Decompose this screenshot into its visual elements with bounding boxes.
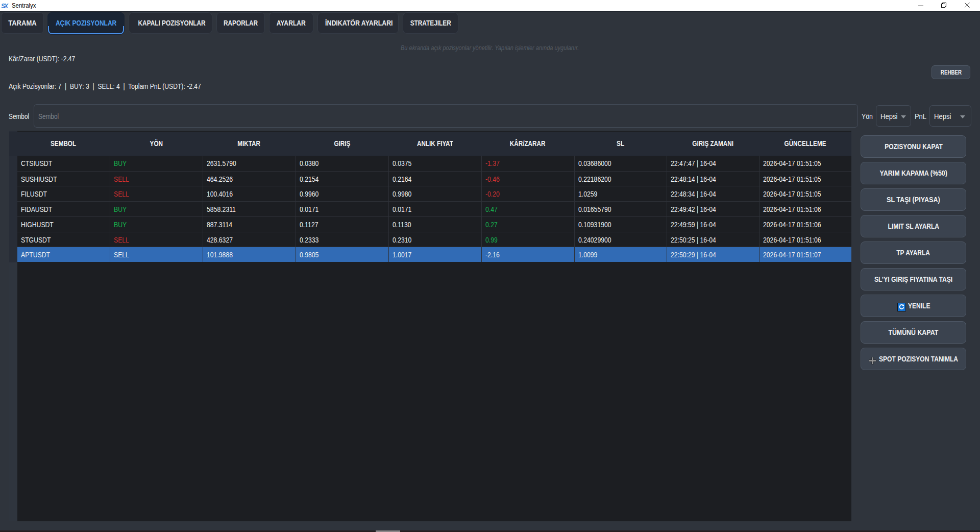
svg-text:X: X — [4, 3, 9, 9]
